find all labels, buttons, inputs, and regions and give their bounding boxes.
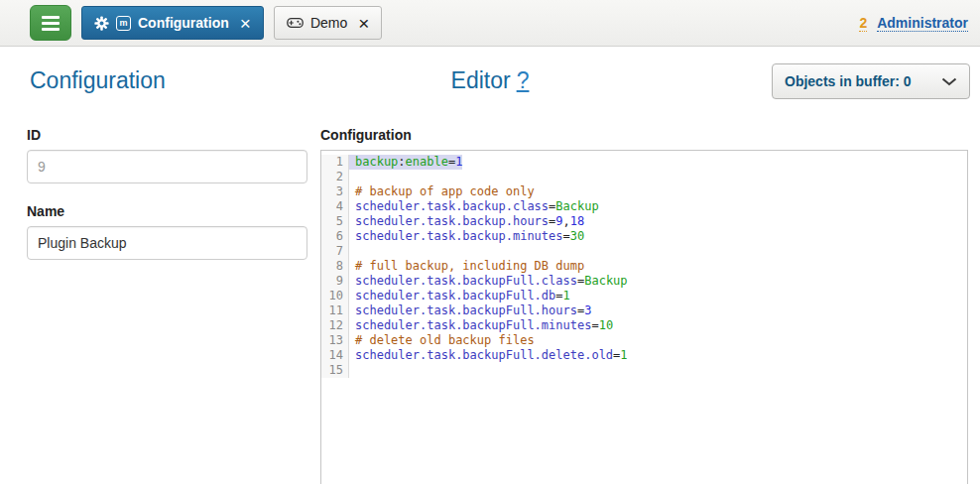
editor-title-text: Editor (451, 67, 511, 93)
code-line-text: # backup of app code only (349, 184, 535, 199)
code-line-text: scheduler.task.backupFull.class=Backup (349, 274, 628, 289)
editor-panel: Configuration 1backup:enable=123# backup… (320, 127, 968, 484)
code-line-text: scheduler.task.backup.hours=9,18 (349, 214, 584, 229)
id-input[interactable] (27, 150, 307, 183)
code-line: 1backup:enable=1 (321, 155, 967, 170)
line-number: 2 (321, 170, 349, 184)
name-input[interactable] (27, 226, 307, 260)
tab-demo[interactable]: Demo × (274, 6, 382, 40)
line-number: 8 (321, 259, 349, 274)
objects-in-buffer-button[interactable]: Objects in buffer: 0 (772, 63, 970, 99)
hamburger-icon (42, 13, 60, 34)
editor-title: Editor? (451, 67, 530, 94)
line-number: 6 (321, 229, 349, 244)
code-line: 8# full backup, including DB dump (321, 259, 967, 274)
buffer-button-label: Objects in buffer: 0 (785, 73, 912, 89)
line-number: 12 (321, 318, 349, 333)
code-line-text: scheduler.task.backup.minutes=30 (349, 229, 584, 244)
line-number: 11 (321, 303, 349, 318)
line-number: 15 (321, 363, 349, 378)
code-line-text: scheduler.task.backupFull.delete.old=1 (349, 348, 628, 363)
code-line-text (349, 170, 355, 184)
line-number: 13 (321, 333, 349, 348)
code-line: 15 (321, 363, 967, 378)
topbar: m Configuration × Demo × 2 Administrator (0, 0, 980, 47)
code-editor[interactable]: 1backup:enable=123# backup of app code o… (320, 150, 968, 484)
code-line: 2 (321, 170, 967, 184)
line-number: 9 (321, 274, 349, 289)
code-line: 5scheduler.task.backup.hours=9,18 (321, 214, 967, 229)
module-icon: m (116, 16, 131, 31)
code-line: 12scheduler.task.backupFull.minutes=10 (321, 318, 967, 333)
code-line: 14scheduler.task.backupFull.delete.old=1 (321, 348, 967, 363)
line-number: 10 (321, 289, 349, 303)
line-number: 14 (321, 348, 349, 363)
code-line: 4scheduler.task.backup.class=Backup (321, 199, 967, 214)
line-number: 5 (321, 214, 349, 229)
line-number: 3 (321, 184, 349, 199)
code-line: 9scheduler.task.backupFull.class=Backup (321, 274, 967, 289)
line-number: 7 (321, 244, 349, 259)
code-line-text: scheduler.task.backup.class=Backup (349, 199, 599, 214)
help-link[interactable]: ? (517, 67, 530, 93)
close-icon[interactable]: × (240, 14, 251, 33)
code-line: 3# backup of app code only (321, 184, 967, 199)
code-line: 10scheduler.task.backupFull.db=1 (321, 289, 967, 303)
tab-label: Configuration (138, 15, 229, 31)
line-number: 1 (321, 155, 349, 170)
gear-icon (94, 16, 109, 31)
chevron-down-icon (941, 77, 957, 86)
form-panel: ID Name (27, 127, 307, 280)
close-icon[interactable]: × (358, 14, 369, 33)
page-title: Configuration (30, 67, 166, 94)
tab-configuration[interactable]: m Configuration × (81, 6, 264, 40)
code-line-text: scheduler.task.backupFull.hours=3 (349, 303, 591, 318)
administrator-link[interactable]: Administrator (877, 15, 968, 32)
code-line-text (349, 244, 355, 259)
code-line-text (349, 363, 355, 378)
app-window: m Configuration × Demo × 2 Administrator… (0, 0, 980, 484)
code-line-text: # full backup, including DB dump (349, 259, 584, 274)
code-line: 6scheduler.task.backup.minutes=30 (321, 229, 967, 244)
name-label: Name (27, 203, 307, 219)
code-line-text: scheduler.task.backupFull.db=1 (349, 289, 570, 303)
code-line-text: backup:enable=1 (349, 155, 462, 170)
code-line: 13# delete old backup files (321, 333, 967, 348)
menu-button[interactable] (30, 5, 71, 41)
code-line-text: # delete old backup files (349, 333, 535, 348)
code-line: 7 (321, 244, 967, 259)
notification-count-link[interactable]: 2 (859, 15, 867, 32)
code-line-text: scheduler.task.backupFull.minutes=10 (349, 318, 613, 333)
id-label: ID (27, 127, 307, 143)
line-number: 4 (321, 199, 349, 214)
configuration-label: Configuration (320, 127, 968, 143)
code-line: 11scheduler.task.backupFull.hours=3 (321, 303, 967, 318)
gamepad-icon (287, 16, 304, 30)
tab-label: Demo (310, 15, 347, 31)
